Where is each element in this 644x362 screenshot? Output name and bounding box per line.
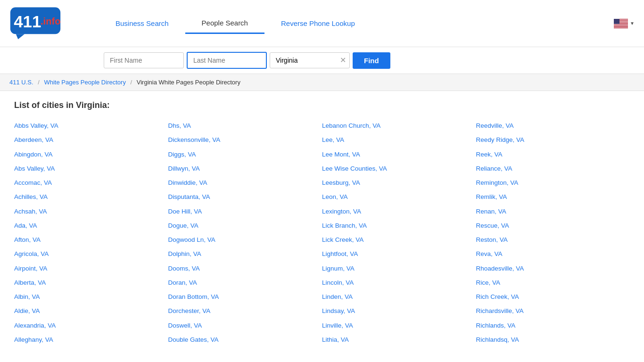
city-link[interactable]: Disputanta, VA [168, 191, 322, 203]
city-link[interactable]: Richlands, VA [476, 320, 630, 332]
city-col-1: Abbs Valley, VAAberdeen, VAAbingdon, VAA… [14, 120, 168, 346]
city-link[interactable]: Reston, VA [476, 234, 630, 246]
city-link[interactable]: Dillwyn, VA [168, 163, 322, 175]
city-link[interactable]: Lick Creek, VA [322, 234, 476, 246]
breadcrumb: 411 U.S. / White Pages People Directory … [0, 74, 644, 91]
city-link[interactable]: Diggs, VA [168, 148, 322, 161]
city-link[interactable]: Dorchester, VA [168, 305, 322, 317]
city-link[interactable]: Doran, VA [168, 277, 322, 289]
state-input-wrap: ✕ [270, 52, 350, 68]
city-link[interactable]: Reliance, VA [476, 163, 630, 175]
flag-dropdown-arrow: ▼ [630, 21, 635, 26]
breadcrumb-dir-link[interactable]: White Pages People Directory [44, 79, 125, 86]
city-link[interactable]: Airpoint, VA [14, 263, 168, 275]
first-name-input[interactable] [104, 52, 184, 68]
city-link[interactable]: Alexandria, VA [14, 320, 168, 332]
city-link[interactable]: Leon, VA [322, 191, 476, 203]
logo-area: 411 .info [9, 4, 99, 43]
city-link[interactable]: Rice, VA [476, 277, 630, 289]
breadcrumb-home-link[interactable]: 411 U.S. [9, 79, 33, 86]
clear-state-button[interactable]: ✕ [340, 57, 346, 64]
city-link[interactable]: Lebanon Church, VA [322, 120, 476, 132]
city-link[interactable]: Dooms, VA [168, 263, 322, 275]
city-link[interactable]: Remlik, VA [476, 191, 630, 203]
city-link[interactable]: Achilles, VA [14, 191, 168, 203]
city-link[interactable]: Richardsville, VA [476, 305, 630, 317]
find-button[interactable]: Find [353, 52, 390, 69]
city-link[interactable]: Agricola, VA [14, 248, 168, 260]
breadcrumb-current: Virginia White Pages People Directory [137, 79, 240, 86]
city-link[interactable]: Accomac, VA [14, 177, 168, 189]
city-link[interactable]: Leesburg, VA [322, 177, 476, 189]
city-link[interactable]: Linden, VA [322, 291, 476, 303]
city-link[interactable]: Dogue, VA [168, 220, 322, 232]
city-link[interactable]: Lightfoot, VA [322, 248, 476, 260]
city-link[interactable]: Dinwiddie, VA [168, 177, 322, 189]
breadcrumb-sep2: / [131, 79, 132, 86]
main-content: List of cities in Virginia: Abbs Valley,… [0, 91, 644, 355]
city-link[interactable]: Lee Wise Counties, VA [322, 163, 476, 175]
svg-rect-14 [614, 26, 628, 27]
tab-people-search[interactable]: People Search [185, 13, 264, 34]
header-row1: 411 .info Business Search People Search … [0, 0, 644, 47]
city-link[interactable]: Ada, VA [14, 220, 168, 232]
city-link[interactable]: Lithia, VA [322, 334, 476, 346]
city-link[interactable]: Afton, VA [14, 234, 168, 246]
page-heading: List of cities in Virginia: [14, 100, 630, 110]
city-link[interactable]: Doran Bottom, VA [168, 291, 322, 303]
flag-area[interactable]: ▼ [614, 19, 635, 28]
city-link[interactable]: Alberta, VA [14, 277, 168, 289]
city-link[interactable]: Achsah, VA [14, 206, 168, 218]
last-name-input[interactable] [187, 52, 267, 69]
city-link[interactable]: Reedy Ridge, VA [476, 134, 630, 146]
svg-rect-17 [614, 19, 619, 24]
city-link[interactable]: Lexington, VA [322, 206, 476, 218]
city-link[interactable]: Aldie, VA [14, 305, 168, 317]
city-col-3: Lebanon Church, VALee, VALee Mont, VALee… [322, 120, 476, 346]
city-link[interactable]: Double Gates, VA [168, 334, 322, 346]
svg-text:.info: .info [41, 16, 61, 26]
city-link[interactable]: Linville, VA [322, 320, 476, 332]
city-link[interactable]: Richlandsq, VA [476, 334, 630, 346]
city-link[interactable]: Dolphin, VA [168, 248, 322, 260]
header: 411 .info Business Search People Search … [0, 0, 644, 74]
city-link[interactable]: Abbs Valley, VA [14, 120, 168, 132]
city-link[interactable]: Lincoln, VA [322, 277, 476, 289]
city-link[interactable]: Lignum, VA [322, 263, 476, 275]
city-link[interactable]: Lick Branch, VA [322, 220, 476, 232]
city-link[interactable]: Rescue, VA [476, 220, 630, 232]
city-link[interactable]: Dickensonville, VA [168, 134, 322, 146]
city-link[interactable]: Aberdeen, VA [14, 134, 168, 146]
city-link[interactable]: Abingdon, VA [14, 148, 168, 161]
city-link[interactable]: Reva, VA [476, 248, 630, 260]
city-link[interactable]: Reek, VA [476, 148, 630, 161]
city-link[interactable]: Lee Mont, VA [322, 148, 476, 161]
search-bar-row: ✕ Find [0, 47, 644, 74]
city-link[interactable]: Reedville, VA [476, 120, 630, 132]
svg-rect-12 [614, 25, 628, 25]
city-link[interactable]: Doe Hill, VA [168, 206, 322, 218]
city-link[interactable]: Rhoadesville, VA [476, 263, 630, 275]
city-col-4: Reedville, VAReedy Ridge, VAReek, VAReli… [476, 120, 630, 346]
us-flag-icon [614, 19, 628, 28]
city-link[interactable]: Remington, VA [476, 177, 630, 189]
city-link[interactable]: Abs Valley, VA [14, 163, 168, 175]
tab-group: Business Search People Search Reverse Ph… [99, 13, 372, 34]
logo-svg: 411 .info [9, 4, 61, 41]
svg-rect-16 [614, 27, 628, 28]
city-link[interactable]: Lee, VA [322, 134, 476, 146]
city-link[interactable]: Renan, VA [476, 206, 630, 218]
city-link[interactable]: Rich Creek, VA [476, 291, 630, 303]
city-link[interactable]: Doswell, VA [168, 320, 322, 332]
city-col-2: Dhs, VADickensonville, VADiggs, VADillwy… [168, 120, 322, 346]
city-link[interactable]: Dogwood Ln, VA [168, 234, 322, 246]
tab-business-search[interactable]: Business Search [99, 14, 185, 33]
breadcrumb-sep1: / [38, 79, 40, 86]
svg-rect-15 [614, 26, 628, 27]
city-link[interactable]: Lindsay, VA [322, 305, 476, 317]
tab-reverse-phone[interactable]: Reverse Phone Lookup [264, 14, 372, 33]
city-link[interactable]: Dhs, VA [168, 120, 322, 132]
city-link[interactable]: Albin, VA [14, 291, 168, 303]
state-input[interactable] [270, 52, 350, 68]
city-link[interactable]: Alleghany, VA [14, 334, 168, 346]
